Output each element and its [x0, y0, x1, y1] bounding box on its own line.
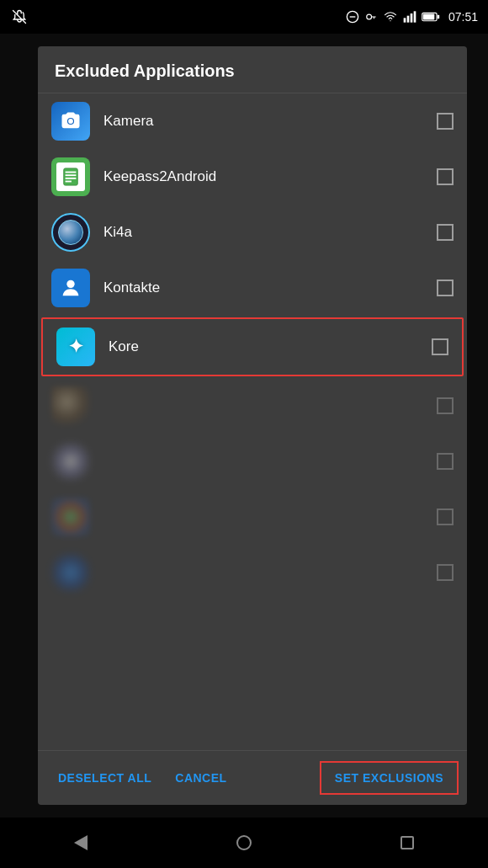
bell-off-icon — [10, 9, 29, 24]
svg-point-2 — [367, 14, 372, 19]
minus-circle-icon — [346, 10, 359, 24]
app-icon-blurred-4 — [51, 553, 90, 592]
svg-rect-15 — [66, 178, 77, 179]
svg-rect-6 — [414, 11, 416, 22]
svg-point-11 — [68, 119, 73, 124]
wifi-icon — [383, 11, 398, 23]
key-icon — [364, 11, 378, 23]
svg-rect-13 — [66, 172, 77, 173]
recent-apps-button[interactable] — [380, 829, 434, 856]
excluded-apps-dialog: Excluded Applications Kamera — [38, 46, 467, 805]
checkbox-app9[interactable] — [437, 564, 454, 581]
svg-rect-9 — [438, 15, 439, 19]
list-item-kore[interactable]: ✦ Kore — [41, 317, 464, 376]
deselect-all-button[interactable]: DESELECT ALL — [46, 763, 163, 793]
svg-rect-3 — [404, 18, 406, 22]
app-icon-blurred-2 — [51, 442, 90, 481]
back-button[interactable] — [54, 828, 108, 857]
svg-rect-12 — [64, 168, 78, 185]
checkbox-kontakte[interactable] — [437, 280, 454, 296]
svg-rect-5 — [411, 13, 413, 23]
app-icon-ki4a — [51, 213, 90, 252]
list-item-ki4a[interactable]: Ki4a — [38, 205, 467, 260]
svg-point-17 — [66, 280, 74, 288]
cancel-button[interactable]: CANCEL — [163, 763, 238, 793]
set-exclusions-button[interactable]: SET EXCLUSIONS — [320, 761, 459, 795]
app-name-kamera: Kamera — [103, 113, 437, 130]
signal-icon — [403, 11, 416, 23]
nav-bar — [0, 817, 488, 868]
list-item-app9[interactable] — [38, 545, 467, 600]
app-name-kontakte: Kontakte — [103, 280, 437, 296]
checkbox-kamera[interactable] — [437, 113, 454, 130]
recent-icon — [400, 836, 414, 849]
home-icon — [236, 835, 252, 850]
battery-icon — [422, 11, 440, 23]
app-name-keepass: Keepass2Android — [103, 168, 437, 185]
list-item-kamera[interactable]: Kamera — [38, 93, 467, 149]
list-item-app7[interactable] — [38, 434, 467, 489]
home-button[interactable] — [216, 828, 272, 857]
app-name-ki4a: Ki4a — [103, 224, 437, 241]
svg-rect-14 — [66, 174, 77, 176]
svg-rect-8 — [423, 13, 434, 19]
app-icon-kore: ✦ — [56, 327, 95, 366]
status-bar-left — [10, 9, 29, 24]
list-item-kontakte[interactable]: Kontakte — [38, 260, 467, 316]
dialog-title: Excluded Applications — [38, 46, 467, 93]
checkbox-app6[interactable] — [437, 397, 454, 414]
status-bar: 07:51 — [0, 0, 488, 34]
checkbox-keepass[interactable] — [437, 168, 454, 185]
app-list: Kamera Keepass2Android — [38, 93, 467, 750]
status-time: 07:51 — [448, 10, 478, 24]
app-icon-kontakte — [51, 269, 90, 307]
app-name-kore: Kore — [109, 338, 432, 355]
back-icon — [74, 835, 88, 850]
app-icon-blurred-1 — [51, 386, 90, 425]
svg-rect-16 — [66, 181, 72, 183]
list-item-app8[interactable] — [38, 489, 467, 545]
svg-rect-4 — [407, 16, 410, 23]
app-icon-blurred-3 — [51, 498, 90, 536]
checkbox-app8[interactable] — [437, 509, 454, 525]
checkbox-app7[interactable] — [437, 453, 454, 470]
list-item-app6[interactable] — [38, 378, 467, 434]
dialog-actions: DESELECT ALL CANCEL SET EXCLUSIONS — [38, 750, 467, 805]
app-icon-kamera — [51, 102, 90, 141]
app-icon-keepass — [51, 157, 90, 196]
checkbox-ki4a[interactable] — [437, 224, 454, 241]
status-bar-right: 07:51 — [346, 10, 478, 24]
list-item-keepass[interactable]: Keepass2Android — [38, 149, 467, 205]
checkbox-kore[interactable] — [432, 338, 448, 355]
